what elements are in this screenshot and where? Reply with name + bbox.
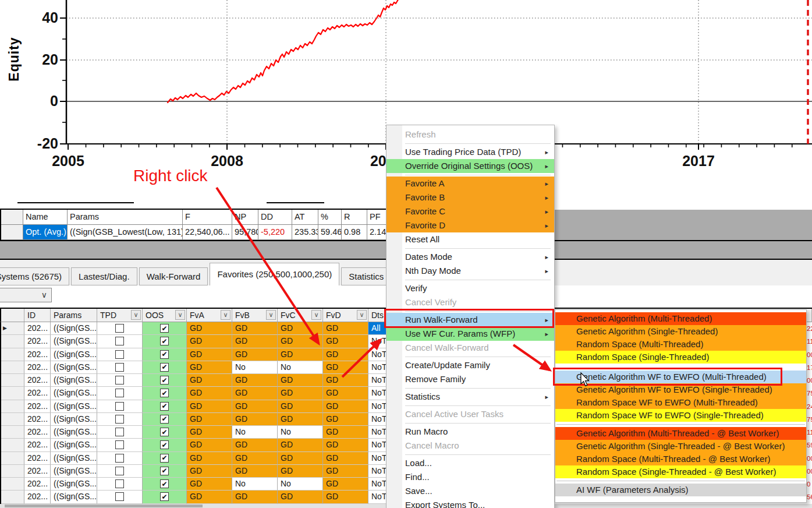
submenu-item-ai-wf-parameters-analysis[interactable]: AI WF (Parameters Analysis) bbox=[555, 484, 806, 496]
cell-fvd[interactable]: GD bbox=[323, 426, 368, 439]
filter-dropdown-icon[interactable]: ∨ bbox=[311, 310, 321, 320]
menu-item-cancel-active-user-tasks[interactable]: Cancel Active User Tasks bbox=[387, 407, 554, 421]
cell-fvc[interactable]: GD bbox=[278, 348, 323, 361]
submenu-item-genetic-algorithm-single-threaded[interactable]: Genetic Algorithm (Single-Threaded) bbox=[555, 325, 806, 338]
col-header-fva[interactable]: FvA∨ bbox=[187, 309, 232, 322]
cell-fvd[interactable]: GD bbox=[323, 413, 368, 426]
cell-fvb[interactable]: GD bbox=[232, 374, 278, 387]
cell-fvc[interactable]: GD bbox=[278, 452, 323, 465]
cell-fvb[interactable]: GD bbox=[232, 335, 278, 348]
submenu-item-random-space-multi-threaded[interactable]: Random Space (Multi-Threaded) bbox=[555, 338, 806, 351]
submenu-item-genetic-algorithm-wf-to-ewfo-single-threaded[interactable]: Genetic Algorithm WF to EWFO (Single-Thr… bbox=[555, 383, 806, 396]
cell-fva[interactable]: GD bbox=[187, 426, 232, 439]
cell-fva[interactable]: GD bbox=[187, 478, 232, 491]
table-row[interactable]: 202...((Sign(GS...✔GDNoNoGDNoT... bbox=[1, 361, 403, 374]
menu-item-favorite-b[interactable]: Favorite B▸ bbox=[387, 190, 554, 204]
tpd-checkbox[interactable] bbox=[115, 415, 124, 424]
tpd-checkbox[interactable] bbox=[115, 479, 124, 488]
tab-lastest-diag[interactable]: Lastest/Diag. bbox=[71, 267, 137, 285]
menu-item-run-walk-forward[interactable]: Run Walk-Forward▸ bbox=[387, 313, 554, 327]
cell-fvb[interactable]: GD bbox=[232, 439, 278, 451]
col-header-fvc[interactable]: FvC∨ bbox=[278, 309, 323, 322]
cell-fva[interactable]: GD bbox=[187, 387, 232, 400]
filter-dropdown-icon[interactable]: ∨ bbox=[266, 310, 276, 320]
menu-item-favorite-d[interactable]: Favorite D▸ bbox=[387, 218, 554, 232]
cell-fvd[interactable]: GD bbox=[323, 478, 368, 491]
menu-item-load[interactable]: Load... bbox=[387, 456, 554, 470]
submenu-item-random-space-multi-threaded-best-worker[interactable]: Random Space (Multi-Threaded - @ Best Wo… bbox=[555, 453, 806, 465]
tpd-checkbox[interactable] bbox=[115, 324, 124, 333]
oos-checkbox[interactable]: ✔ bbox=[160, 350, 169, 359]
table-row[interactable]: 202...((Sign(GS...✔GDGDGDGDNoT... bbox=[1, 439, 403, 451]
filter-dropdown-icon[interactable]: ∨ bbox=[357, 310, 367, 320]
oos-checkbox[interactable]: ✔ bbox=[160, 363, 169, 372]
cell-fvd[interactable]: GD bbox=[323, 465, 368, 478]
cell-fvb[interactable]: GD bbox=[232, 465, 278, 478]
filter-dropdown-icon[interactable]: ∨ bbox=[175, 310, 185, 320]
tpd-checkbox[interactable] bbox=[115, 428, 124, 436]
cell-fvd[interactable]: GD bbox=[323, 387, 368, 400]
cell-fva[interactable]: GD bbox=[187, 400, 232, 413]
cell-fvd[interactable]: GD bbox=[323, 400, 368, 413]
tab-walk-forward[interactable]: Walk-Forward bbox=[139, 267, 208, 285]
cell-fvd[interactable]: GD bbox=[323, 374, 368, 387]
cell-fvb[interactable]: GD bbox=[232, 413, 278, 426]
cell-fvc[interactable]: No bbox=[278, 361, 323, 374]
tab-statistics[interactable]: Statistics bbox=[341, 267, 391, 285]
oos-checkbox[interactable]: ✔ bbox=[160, 467, 169, 475]
submenu-item-random-space-wf-to-ewfo-single-threaded[interactable]: Random Space WF to EWFO (Single-Threaded… bbox=[555, 409, 806, 422]
cell-fva[interactable]: GD bbox=[187, 322, 232, 335]
menu-item-save[interactable]: Save... bbox=[387, 484, 554, 498]
cell-fva[interactable]: GD bbox=[187, 413, 232, 426]
tpd-checkbox[interactable] bbox=[115, 440, 124, 449]
cell-fvc[interactable]: GD bbox=[278, 413, 323, 426]
cell-fva[interactable]: GD bbox=[187, 439, 232, 451]
filter-dropdown-icon[interactable]: ∨ bbox=[131, 310, 141, 320]
submenu-item-genetic-algorithm-wf-to-ewfo-multi-threaded[interactable]: Genetic Algorithm WF to EWFO (Multi-Thre… bbox=[555, 371, 806, 383]
tpd-checkbox[interactable] bbox=[115, 389, 124, 397]
menu-item-override-original-settings-oos[interactable]: Override Original Settings (OOS)▸ bbox=[387, 159, 554, 173]
cell-fvd[interactable]: GD bbox=[323, 348, 368, 361]
cell-fvc[interactable]: GD bbox=[278, 387, 323, 400]
cell-fvc[interactable]: GD bbox=[278, 439, 323, 451]
submenu-item-random-space-wf-to-ewfo-multi-threaded[interactable]: Random Space WF to EWFO (Multi-Threaded) bbox=[555, 396, 806, 409]
cell-fvb[interactable]: No bbox=[232, 478, 278, 491]
cell-fvd[interactable]: GD bbox=[323, 361, 368, 374]
cell-fvb[interactable]: GD bbox=[232, 387, 278, 400]
cell-fvb[interactable]: GD bbox=[232, 322, 278, 335]
cell-fva[interactable]: GD bbox=[187, 374, 232, 387]
cell-fvb[interactable]: GD bbox=[232, 452, 278, 465]
menu-item-cancel-walk-forward[interactable]: Cancel Walk-Forward bbox=[387, 341, 554, 355]
tpd-checkbox[interactable] bbox=[115, 363, 124, 372]
table-row[interactable]: 202...((Sign(GS...✔GDGDGDGDNoT... bbox=[1, 413, 403, 426]
menu-item-run-macro[interactable]: Run Macro bbox=[387, 425, 554, 439]
table-row[interactable]: 202...((Sign(GS...✔GDGDGDGDNoT... bbox=[1, 374, 403, 387]
menu-item-dates-mode[interactable]: Dates Mode▸ bbox=[387, 250, 554, 264]
menu-item-use-wf-cur-params-wfp[interactable]: Use WF Cur. Params (WFP)▸ bbox=[387, 327, 554, 341]
table-row[interactable]: 202...((Sign(GS...✔GDNoNoGDNoT... bbox=[1, 426, 403, 439]
oos-checkbox[interactable]: ✔ bbox=[160, 337, 169, 345]
table-row[interactable]: 202...((Sign(GS...✔GDGDGDGDNoT... bbox=[1, 348, 403, 361]
cell-fva[interactable]: GD bbox=[187, 348, 232, 361]
cell-name[interactable]: Opt. (Avg.) bbox=[23, 225, 68, 240]
cell-fvd[interactable]: GD bbox=[323, 491, 368, 503]
col-header-fvb[interactable]: FvB∨ bbox=[232, 309, 278, 322]
tpd-checkbox[interactable] bbox=[115, 454, 124, 463]
tpd-checkbox[interactable] bbox=[115, 376, 124, 384]
tpd-checkbox[interactable] bbox=[115, 402, 124, 411]
cell-fvc[interactable]: No bbox=[278, 426, 323, 439]
cell-fvc[interactable]: GD bbox=[278, 400, 323, 413]
menu-item-cancel-macro[interactable]: Cancel Macro bbox=[387, 439, 554, 453]
menu-item-favorite-c[interactable]: Favorite C▸ bbox=[387, 204, 554, 218]
oos-checkbox[interactable]: ✔ bbox=[160, 440, 169, 449]
tab-favorites-250-500-1000-250[interactable]: Favorites (250,500,1000,250) bbox=[210, 263, 339, 285]
menu-item-favorite-a[interactable]: Favorite A▸ bbox=[387, 177, 554, 190]
filter-dropdown-icon[interactable]: ∨ bbox=[221, 310, 231, 320]
cell-fvd[interactable]: GD bbox=[323, 322, 368, 335]
cell-fvd[interactable]: GD bbox=[323, 452, 368, 465]
cell-fvb[interactable]: GD bbox=[232, 400, 278, 413]
tpd-checkbox[interactable] bbox=[115, 492, 124, 501]
cell-fva[interactable]: GD bbox=[187, 361, 232, 374]
oos-checkbox[interactable]: ✔ bbox=[160, 479, 169, 488]
submenu-item-genetic-algorithm-multi-threaded[interactable]: Genetic Algorithm (Multi-Threaded) bbox=[555, 312, 806, 325]
